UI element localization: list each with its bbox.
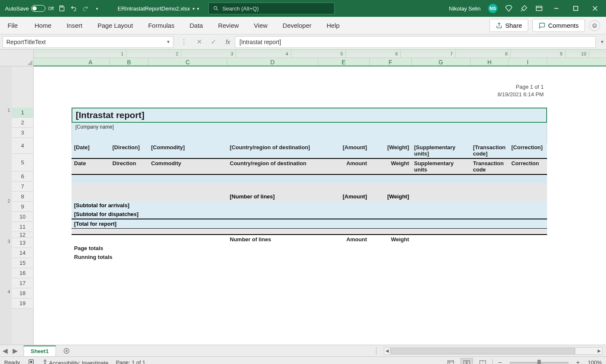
row-header-19[interactable]: 19 (12, 298, 33, 309)
qat-customize-icon[interactable]: ▾ (93, 5, 101, 12)
col-header-d[interactable]: D (227, 58, 318, 66)
sheet-nav-left-icon[interactable]: ◀ (0, 347, 10, 355)
cancel-formula-icon[interactable]: ✕ (197, 38, 202, 46)
coming-soon-icon[interactable] (520, 5, 528, 12)
col-header-g[interactable]: G (412, 58, 470, 66)
name-box[interactable]: ReportTitleText ▼ (3, 36, 173, 48)
table-row[interactable]: [Subtotal for arrivals] (72, 201, 547, 210)
row-header-13[interactable]: 13 (12, 238, 33, 248)
col-header-e[interactable]: E (318, 58, 369, 66)
tab-insert[interactable]: Insert (61, 19, 88, 32)
tab-home[interactable]: Home (29, 19, 57, 32)
table-row[interactable]: [Number of lines] [Amount] [Weight] (72, 192, 547, 201)
row-header-17[interactable]: 17 (12, 278, 33, 288)
tab-help[interactable]: Help (321, 19, 346, 32)
share-button[interactable]: Share (489, 19, 528, 32)
company-name-cell[interactable]: [Company name] (72, 123, 547, 133)
user-name[interactable]: Nikolay Selin (449, 5, 481, 12)
scroll-thumb[interactable] (390, 348, 575, 354)
zoom-slider[interactable] (510, 362, 569, 364)
row-header-12[interactable]: 12 (12, 232, 33, 238)
close-button[interactable] (589, 3, 601, 14)
feedback-icon[interactable]: ☺ (589, 20, 600, 31)
row-header-8[interactable]: 8 (12, 192, 33, 202)
save-icon[interactable] (58, 5, 66, 12)
minimize-button[interactable] (550, 3, 562, 14)
view-page-break-icon[interactable] (476, 358, 489, 364)
row-header-6[interactable]: 6 (12, 171, 33, 182)
blank-row[interactable] (72, 133, 547, 143)
report-title-cell[interactable]: [Intrastat report] (72, 108, 547, 123)
scroll-right-icon[interactable]: ▶ (596, 348, 602, 354)
document-title[interactable]: ERIntrastatReportDemo2.xlsx ▪ ▾ (118, 5, 199, 12)
search-box[interactable]: Search (Alt+Q) (208, 3, 335, 14)
row-header-18[interactable]: 18 (12, 288, 33, 298)
col-header-i[interactable]: I (509, 58, 547, 66)
table-row[interactable] (72, 183, 547, 192)
tab-review[interactable]: Review (212, 19, 245, 32)
view-page-layout-icon[interactable] (460, 358, 473, 364)
table-row[interactable]: Number of lines Amount Weight (72, 235, 547, 244)
col-header-h[interactable]: H (470, 58, 509, 66)
macro-record-icon[interactable] (28, 359, 35, 364)
tab-view[interactable]: View (248, 19, 273, 32)
col-header-f[interactable]: F (369, 58, 412, 66)
row-header-9[interactable]: 9 (12, 202, 33, 212)
zoom-in-button[interactable]: + (574, 359, 582, 364)
zoom-out-button[interactable]: − (496, 359, 503, 364)
table-row[interactable] (72, 229, 547, 235)
select-all-corner[interactable] (0, 50, 33, 66)
row-header-16[interactable]: 16 (12, 268, 33, 278)
table-row[interactable] (72, 174, 547, 183)
table-row[interactable]: Page totals (72, 244, 547, 253)
row-header-11[interactable]: 11 (12, 222, 33, 232)
autosave-toggle[interactable]: AutoSave Off (5, 5, 54, 12)
row-header-7[interactable]: 7 (12, 182, 33, 192)
row-header-14[interactable]: 14 (12, 248, 33, 258)
col-header-c[interactable]: C (149, 58, 227, 66)
redo-icon[interactable] (82, 5, 89, 12)
row-header-4[interactable]: 4 (12, 138, 33, 154)
zoom-level[interactable]: 100% (585, 359, 602, 364)
tab-data[interactable]: Data (183, 19, 209, 32)
col-header-a[interactable]: A (72, 58, 110, 66)
fx-icon[interactable]: fx (226, 39, 230, 45)
sheet-nav-right-icon[interactable]: ▶ (10, 347, 20, 355)
tab-page-layout[interactable]: Page Layout (92, 19, 139, 32)
tab-developer[interactable]: Developer (277, 19, 317, 32)
formula-input[interactable]: [Intrastat report] (235, 36, 596, 48)
expand-formula-icon[interactable]: ▼ (598, 40, 606, 44)
row-header-1[interactable]: 1 (12, 108, 33, 118)
row-header-3[interactable]: 3 (12, 128, 33, 138)
autosave-switch[interactable] (31, 5, 45, 12)
table-row[interactable]: [Subtotal for dispatches] (72, 210, 547, 219)
tab-split-handle-icon[interactable]: ⋮ (373, 347, 380, 355)
table-row[interactable]: Running totals (72, 253, 547, 261)
accept-formula-icon[interactable]: ✓ (211, 38, 216, 46)
undo-icon[interactable] (70, 5, 77, 12)
row-header-10[interactable]: 10 (12, 212, 33, 222)
user-avatar[interactable]: NS (488, 4, 497, 13)
row-header-5[interactable]: 5 (12, 154, 33, 171)
scroll-left-icon[interactable]: ◀ (384, 348, 390, 354)
row-header-15[interactable]: 15 (12, 258, 33, 268)
accessibility-status[interactable]: Accessibility: Investigate (42, 359, 109, 364)
maximize-button[interactable] (570, 3, 582, 14)
sheet-canvas[interactable]: Page 1 of 1 8/19/2021 6:14 PM [Intrastat… (34, 66, 606, 345)
tab-formulas[interactable]: Formulas (142, 19, 181, 32)
tab-file[interactable]: File (6, 19, 25, 32)
table-row[interactable]: [Total for report] (72, 219, 547, 229)
sheet-tab-sheet1[interactable]: Sheet1 (24, 346, 56, 356)
table-row[interactable]: [Date] [Direction] [Commodity] [Country/… (72, 143, 547, 158)
diamond-icon[interactable] (505, 5, 513, 12)
table-row[interactable]: Date Direction Commodity Country/region … (72, 158, 547, 174)
ribbon-display-icon[interactable] (535, 5, 543, 12)
horizontal-scrollbar[interactable]: ◀ ▶ (384, 347, 603, 355)
chevron-down-icon[interactable]: ▼ (166, 40, 170, 44)
comments-button[interactable]: Comments (532, 19, 585, 32)
page-status: Page: 1 of 1 (116, 359, 145, 364)
add-sheet-button[interactable] (61, 346, 72, 356)
row-header-2[interactable]: 2 (12, 118, 33, 128)
col-header-b[interactable]: B (110, 58, 149, 66)
view-normal-icon[interactable] (444, 358, 457, 364)
